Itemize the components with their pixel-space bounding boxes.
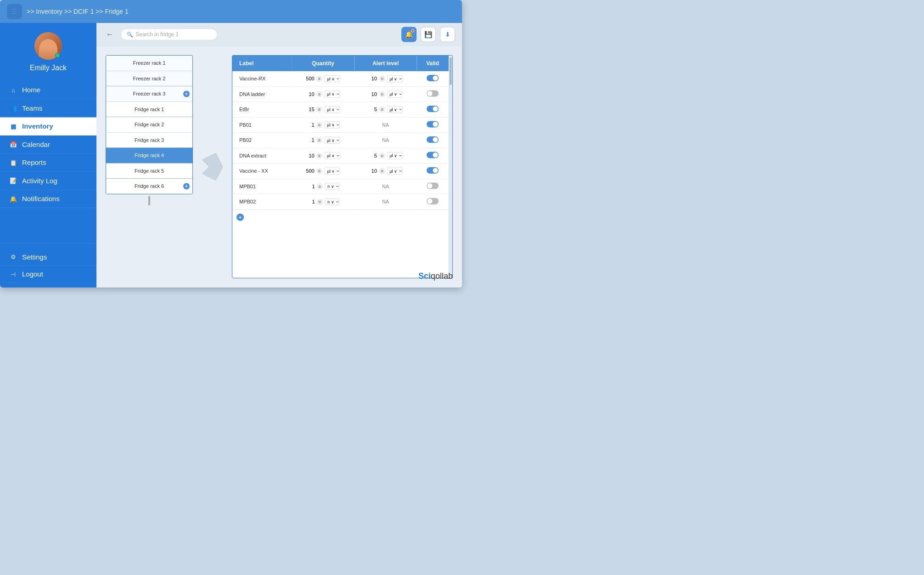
inventory-panel: Label Quantity Alert level Valid Vaccine…: [232, 55, 453, 278]
teams-icon: 👥: [9, 105, 17, 112]
rack-fridge-5[interactable]: Fridge rack 5: [106, 163, 192, 179]
top-bar: ☰ >> Inventory >> DCIF 1 >> Fridge 1: [0, 0, 462, 23]
rack-fridge-3[interactable]: Fridge rack 3: [106, 133, 192, 148]
save-button[interactable]: 💾: [421, 27, 436, 42]
sidebar-item-logout[interactable]: ⊣ Logout: [0, 266, 96, 283]
qty-unit-select[interactable]: μl ∨: [325, 152, 340, 159]
qty-unit-select[interactable]: μl ∨: [325, 137, 340, 144]
settings-icon: ⚙: [9, 254, 17, 261]
alert-unit-select[interactable]: μl ∨: [387, 106, 403, 113]
valid-toggle[interactable]: [427, 90, 439, 97]
sidebar-item-label: Calendar: [22, 141, 50, 148]
valid-toggle[interactable]: [427, 121, 439, 128]
save-icon: 💾: [424, 31, 433, 39]
menu-button[interactable]: ☰: [7, 4, 22, 19]
qty-unit-icon[interactable]: ⚙: [316, 168, 323, 175]
alert-unit-select[interactable]: μl ∨: [387, 168, 403, 175]
sidebar-item-teams[interactable]: 👥 Teams: [0, 99, 96, 118]
cell-valid: [417, 148, 449, 163]
alert-value: 10: [369, 76, 377, 82]
alert-value: 5: [369, 107, 377, 113]
qty-unit-icon[interactable]: ⚙: [316, 152, 323, 159]
alert-unit-icon[interactable]: ⚙: [379, 168, 385, 175]
qty-unit-select[interactable]: n ∨: [325, 183, 340, 190]
qty-value: 1: [307, 184, 315, 190]
sidebar-item-inventory[interactable]: ▦ Inventory: [0, 118, 96, 136]
scrollbar[interactable]: [449, 56, 452, 278]
cell-valid: [417, 117, 449, 133]
reports-icon: 📋: [9, 159, 17, 166]
cell-quantity: 500 ⚙ μl ∨: [292, 71, 355, 86]
qty-unit-icon[interactable]: ⚙: [316, 107, 323, 113]
qty-unit-select[interactable]: n ∨: [325, 198, 340, 205]
alert-unit-select[interactable]: μl ∨: [387, 152, 403, 159]
qty-value: 500: [306, 76, 314, 82]
qty-unit-icon[interactable]: ⚙: [316, 137, 323, 144]
valid-toggle[interactable]: [427, 75, 439, 81]
alert-unit-icon[interactable]: ⚙: [379, 76, 385, 82]
connector-svg: [202, 153, 223, 180]
rack-freezer-3[interactable]: Freezer rack 3 +: [106, 86, 192, 102]
table-row: MPB01 1 ⚙ n ∨ NA: [232, 179, 449, 194]
valid-toggle[interactable]: [427, 198, 439, 204]
cell-quantity: 15 ⚙ μl ∨: [292, 102, 355, 118]
brand-qollab: qollab: [431, 271, 453, 281]
col-valid: Valid: [417, 56, 449, 71]
table-row: DNA extract 10 ⚙ μl ∨ 5 ⚙ μl ∨: [232, 148, 449, 163]
rack-fridge-2[interactable]: Fridge rack 2: [106, 117, 192, 133]
notification-dot: [411, 29, 414, 32]
rack-plus-fridge-6[interactable]: +: [183, 183, 190, 190]
qty-unit-icon[interactable]: ⚙: [317, 199, 323, 205]
valid-toggle[interactable]: [427, 183, 439, 189]
qty-unit-icon[interactable]: ⚙: [316, 76, 323, 82]
alert-unit-icon[interactable]: ⚙: [379, 107, 385, 113]
rack-fridge-1[interactable]: Fridge rack 1: [106, 102, 192, 118]
cell-label: DNA extract: [232, 148, 292, 163]
rack-fridge-4[interactable]: Fridge rack 4: [106, 148, 192, 163]
nav-list: ⌂ Home 👥 Teams ▦ Inventory 📅 Calendar 📋: [0, 79, 96, 211]
table-row: MPB02 1 ⚙ n ∨ NA: [232, 194, 449, 210]
sidebar-item-reports[interactable]: 📋 Reports: [0, 154, 96, 172]
cell-alert: NA: [355, 133, 417, 148]
qty-unit-icon[interactable]: ⚙: [316, 122, 323, 128]
notification-button[interactable]: 🔔: [401, 27, 417, 42]
sidebar-item-home[interactable]: ⌂ Home: [0, 81, 96, 100]
alert-unit-icon[interactable]: ⚙: [379, 91, 385, 97]
sidebar-item-activity-log[interactable]: 📝 Activity Log: [0, 172, 96, 190]
qty-unit-select[interactable]: μl ∨: [325, 106, 340, 113]
search-box[interactable]: 🔍 Search in fridge 1: [121, 28, 217, 40]
rack-freezer-2[interactable]: Freezer rack 2: [106, 71, 192, 87]
app-window: ☰ >> Inventory >> DCIF 1 >> Fridge 1: [0, 0, 462, 288]
qty-unit-icon[interactable]: ⚙: [317, 183, 323, 190]
fridge-legs: [135, 196, 164, 205]
sidebar-item-calendar[interactable]: 📅 Calendar: [0, 135, 96, 154]
qty-unit-select[interactable]: μl ∨: [325, 122, 340, 129]
sidebar-item-label: Settings: [22, 253, 47, 261]
sidebar-item-notifications[interactable]: 🔔 Notifications: [0, 190, 96, 209]
cell-label: PB02: [232, 133, 292, 148]
qty-unit-select[interactable]: μl ∨: [325, 168, 340, 175]
sidebar-item-settings[interactable]: ⚙ Settings: [0, 248, 96, 266]
rack-freezer-1[interactable]: Freezer rack 1: [106, 56, 192, 71]
table-row: DNA ladder 10 ⚙ μl ∨ 10 ⚙ μl ∨: [232, 86, 449, 102]
sidebar-bottom: ⚙ Settings ⊣ Logout: [0, 244, 96, 288]
alert-unit-select[interactable]: μl ∨: [387, 91, 403, 98]
cell-quantity: 1 ⚙ μl ∨: [292, 133, 355, 148]
cell-alert: 10 ⚙ μl ∨: [355, 86, 417, 102]
add-item-row[interactable]: +: [232, 210, 449, 225]
valid-toggle[interactable]: [427, 106, 439, 112]
qty-unit-select[interactable]: μl ∨: [325, 75, 340, 82]
alert-unit-select[interactable]: μl ∨: [387, 75, 403, 82]
qty-value: 15: [306, 107, 315, 113]
table-row: Vaccine - XX 500 ⚙ μl ∨ 10 ⚙ μl ∨: [232, 163, 449, 179]
download-button[interactable]: ⬇: [440, 27, 455, 42]
valid-toggle[interactable]: [427, 152, 439, 158]
qty-unit-select[interactable]: μl ∨: [325, 91, 340, 98]
valid-toggle[interactable]: [427, 167, 439, 174]
back-button[interactable]: ←: [103, 28, 116, 41]
rack-plus-freezer-3[interactable]: +: [183, 91, 190, 97]
qty-unit-icon[interactable]: ⚙: [316, 91, 323, 97]
alert-unit-icon[interactable]: ⚙: [379, 152, 385, 159]
valid-toggle[interactable]: [427, 136, 439, 143]
rack-fridge-6[interactable]: Fridge rack 6 +: [106, 179, 192, 194]
